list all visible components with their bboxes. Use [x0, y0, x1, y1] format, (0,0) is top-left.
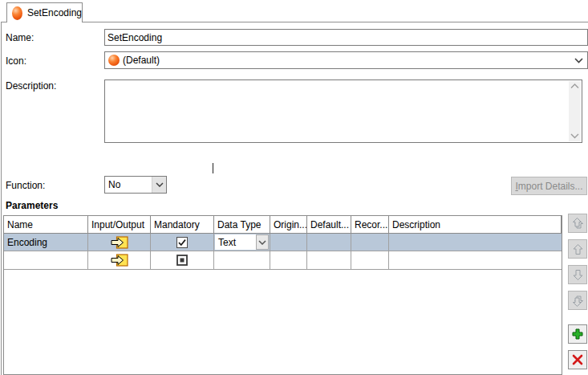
add-parameter-button[interactable] — [568, 324, 587, 344]
up-arrow-icon — [572, 243, 584, 255]
param-data-type-cell[interactable] — [214, 251, 270, 269]
param-default-cell[interactable] — [307, 251, 351, 269]
chevron-down-icon — [256, 234, 269, 250]
param-origin-cell[interactable] — [270, 251, 307, 269]
checkbox-indeterminate-icon — [176, 255, 188, 266]
description-textarea[interactable] — [104, 79, 582, 143]
description-label: Description: — [6, 80, 56, 92]
import-details-label: Import Details... — [512, 181, 586, 192]
column-header-default: Default... — [307, 216, 351, 233]
name-label: Name: — [6, 32, 34, 43]
parameters-grid: Name Input/Output Mandatory Data Type Or… — [3, 215, 562, 375]
scroll-down-icon[interactable] — [570, 133, 579, 139]
column-header-record: Recor... — [351, 216, 389, 233]
action-properties-panel: SetEncoding Name: Icon: (Default) Descri… — [0, 0, 588, 375]
column-header-name: Name — [4, 216, 88, 233]
param-record-cell[interactable] — [351, 234, 389, 251]
param-mandatory-cell[interactable] — [151, 251, 214, 269]
move-up-button[interactable] — [568, 239, 587, 259]
move-down-button[interactable] — [568, 265, 587, 284]
function-label: Function: — [6, 180, 45, 191]
column-header-mandatory: Mandatory — [151, 216, 214, 233]
function-dropdown[interactable]: No — [104, 176, 167, 194]
data-type-value: Text — [215, 237, 256, 248]
data-type-dropdown[interactable]: Text — [215, 234, 269, 250]
column-header-description: Description — [389, 216, 562, 233]
grid-header-row: Name Input/Output Mandatory Data Type Or… — [4, 216, 562, 234]
icon-dropdown-value: (Default) — [120, 55, 574, 66]
description-scrollbar[interactable] — [569, 81, 581, 141]
param-name-cell[interactable]: Encoding — [4, 234, 88, 251]
orange-sphere-icon — [12, 6, 22, 20]
plus-icon — [571, 328, 584, 340]
table-row[interactable]: Encoding Text — [4, 234, 562, 251]
move-to-bottom-button[interactable] — [568, 291, 587, 310]
checkbox-checked-icon — [176, 237, 188, 248]
x-icon — [571, 353, 584, 366]
name-input[interactable] — [104, 29, 588, 46]
up-double-arrow-icon — [571, 217, 585, 230]
table-row[interactable] — [4, 251, 562, 270]
param-record-cell[interactable] — [351, 251, 389, 269]
text-caret — [213, 163, 213, 173]
column-header-input-output: Input/Output — [88, 216, 151, 233]
param-description-cell[interactable] — [389, 234, 562, 251]
column-header-data-type: Data Type — [214, 216, 270, 233]
down-arrow-icon — [572, 269, 584, 281]
down-double-arrow-icon — [571, 294, 585, 308]
move-to-top-button[interactable] — [568, 214, 587, 233]
param-input-output-cell[interactable] — [88, 234, 151, 251]
param-data-type-cell[interactable]: Text — [214, 234, 270, 251]
tab-setencoding[interactable]: SetEncoding — [6, 2, 83, 22]
chevron-down-icon — [574, 55, 583, 66]
function-dropdown-value: No — [105, 179, 152, 190]
input-arrow-icon — [111, 236, 128, 249]
scroll-up-icon[interactable] — [570, 84, 579, 89]
chevron-down-icon — [152, 177, 166, 193]
param-default-cell[interactable] — [307, 234, 351, 251]
import-details-button[interactable]: Import Details... — [511, 177, 587, 195]
param-mandatory-cell[interactable] — [151, 234, 214, 251]
param-name-cell[interactable] — [4, 251, 88, 269]
icon-label: Icon: — [6, 55, 26, 67]
parameters-title: Parameters — [6, 200, 58, 211]
param-description-cell[interactable] — [389, 251, 562, 269]
column-header-origin: Origin... — [270, 216, 307, 233]
icon-dropdown[interactable]: (Default) — [104, 51, 588, 69]
delete-parameter-button[interactable] — [568, 350, 587, 369]
tab-label: SetEncoding — [27, 7, 82, 18]
param-input-output-cell[interactable] — [88, 251, 151, 269]
param-origin-cell[interactable] — [270, 234, 307, 251]
input-arrow-icon — [111, 254, 128, 267]
orange-sphere-icon — [108, 55, 120, 66]
